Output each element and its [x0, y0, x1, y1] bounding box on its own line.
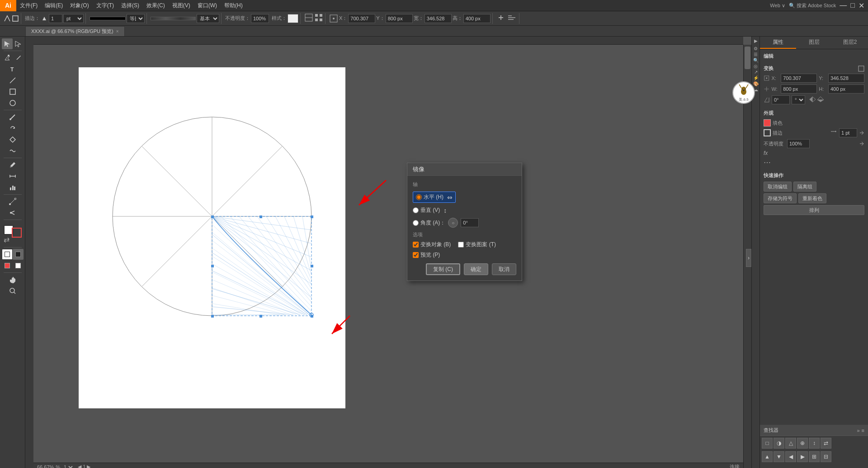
close-btn[interactable]: ✕ [859, 1, 864, 10]
paintbrush-tool-btn[interactable] [2, 112, 24, 122]
copy-btn[interactable]: 复制 (C) [426, 263, 460, 275]
find-icon-5[interactable]: ↕ [809, 438, 820, 449]
warp-tool-btn[interactable] [2, 145, 24, 156]
stroke-swatch[interactable] [12, 228, 22, 238]
rotate-tool-btn[interactable] [2, 123, 24, 134]
select-tool-btn[interactable] [2, 38, 13, 49]
line-tool-btn[interactable] [2, 75, 24, 86]
basic-select[interactable]: 基本 [197, 14, 219, 23]
stroke-unit-select[interactable]: ptpxmm [63, 14, 84, 23]
eyedropper-tool-btn[interactable] [2, 159, 24, 170]
add-item-icon[interactable]: ⋯ [764, 158, 771, 167]
tool-icon-1[interactable] [4, 15, 11, 22]
page-select[interactable]: 1 [62, 464, 74, 468]
transform-objects-checkbox[interactable] [413, 242, 419, 248]
page-nav[interactable]: ◀ 1 ▶ [78, 464, 90, 468]
find-icon-8[interactable]: ▼ [774, 451, 784, 462]
find-icon-7[interactable]: ▲ [762, 451, 773, 462]
stroke-size-panel-input[interactable] [839, 128, 857, 137]
fill-color-swatch[interactable] [764, 119, 771, 126]
screen-mode-btn[interactable] [13, 249, 24, 260]
tab-layers[interactable]: 图层 [796, 37, 832, 49]
find-icon-3[interactable]: △ [785, 438, 796, 449]
menu-file[interactable]: 文件(F) [16, 0, 41, 11]
side-btn-7[interactable]: ⚡ [753, 75, 759, 80]
menu-effect[interactable]: 效果(C) [143, 0, 169, 11]
w-panel-input[interactable] [781, 84, 817, 94]
transform-pattern-checkbox[interactable] [458, 242, 464, 248]
find-icon-10[interactable]: ▶ [797, 451, 808, 462]
swap-colors-btn[interactable]: ⇄ [4, 235, 9, 244]
x-input[interactable] [348, 14, 375, 23]
side-btn-6[interactable]: ↗ [754, 70, 758, 75]
blend-tool-btn[interactable] [2, 196, 24, 207]
preview-checkbox[interactable] [413, 252, 419, 258]
find-panel-collapse-btn[interactable]: » [857, 428, 859, 433]
side-btn-3[interactable]: ☰ [754, 52, 758, 57]
collapse-panel-btn[interactable]: › [746, 249, 751, 267]
opacity-expand-icon[interactable] [859, 141, 864, 146]
bar-chart-tool-btn[interactable] [7, 182, 18, 193]
hand-tool-btn[interactable] [2, 274, 24, 285]
vertical-radio[interactable] [413, 207, 419, 213]
angle-dial[interactable]: ○ [448, 218, 458, 228]
flip-h-icon[interactable] [809, 96, 816, 104]
tool-icon-2[interactable] [12, 15, 19, 22]
shape-tool-btn[interactable] [2, 86, 24, 97]
side-btn-4[interactable]: 🔍 [753, 58, 759, 63]
tab-properties[interactable]: 属性 [760, 37, 796, 49]
measure-tool-btn[interactable] [2, 171, 24, 182]
cancel-btn[interactable]: 取消 [492, 263, 516, 275]
flip-v-icon[interactable] [817, 96, 824, 104]
artboard-tool-btn[interactable] [2, 466, 24, 468]
stroke-size-input[interactable] [49, 14, 62, 23]
scale-tool-btn[interactable] [2, 134, 24, 145]
equal-select[interactable]: 等比 [127, 14, 145, 23]
y-input[interactable] [386, 14, 413, 23]
type-tool-btn[interactable]: T [2, 64, 24, 75]
save-symbol-btn[interactable]: 存储为符号 [764, 193, 797, 203]
stroke-expand-icon[interactable] [859, 130, 864, 136]
angle-unit-select[interactable]: ° [792, 95, 805, 104]
v-scroll-thumb[interactable] [745, 47, 750, 69]
file-tab[interactable]: XXXX.ai @ 66.67% (RGB/GPU 预览) × [25, 26, 125, 36]
h-panel-input[interactable] [828, 84, 864, 94]
x-panel-input[interactable] [781, 74, 817, 83]
find-panel-options-btn[interactable]: ≡ [862, 428, 864, 433]
menu-text[interactable]: 文字(T) [93, 0, 118, 11]
ellipse-tool-btn[interactable] [2, 98, 24, 108]
angle-radio[interactable] [413, 220, 419, 226]
zoom-tool-btn[interactable] [2, 285, 24, 296]
align-icon[interactable] [304, 13, 313, 23]
white-fill-btn[interactable] [13, 260, 24, 271]
angle-input[interactable] [772, 95, 790, 104]
menu-view[interactable]: 视图(V) [169, 0, 194, 11]
horizontal-option-container[interactable]: 水平 (H) ⇔ [413, 192, 456, 203]
side-properties-btn[interactable]: ▶ [754, 38, 758, 43]
find-icon-1[interactable]: □ [762, 438, 773, 449]
menu-select[interactable]: 选择(S) [118, 0, 143, 11]
find-icon-11[interactable]: ⊞ [809, 451, 820, 462]
find-icon-9[interactable]: ◀ [785, 451, 796, 462]
tab-close-btn[interactable]: × [116, 29, 119, 34]
grid-icon[interactable] [314, 13, 323, 23]
menu-help[interactable]: 帮助(H) [221, 0, 246, 11]
menu-window[interactable]: 窗口(W) [194, 0, 221, 11]
opacity-panel-input[interactable] [787, 139, 810, 148]
recolor-btn[interactable]: 重新着色 [798, 193, 826, 203]
pencil-tool-btn[interactable] [13, 52, 24, 63]
side-btn-2[interactable]: ⚙ [754, 46, 758, 51]
normal-mode-btn[interactable] [2, 249, 13, 260]
direct-select-tool-btn[interactable] [13, 38, 24, 49]
find-icon-2[interactable]: ◑ [774, 438, 784, 449]
canvas-area[interactable]: 66.67% % 1 ◀ 1 ▶ 连接 › [25, 37, 751, 468]
w-input[interactable] [425, 14, 452, 23]
find-icon-4[interactable]: ⊕ [797, 438, 808, 449]
minimize-btn[interactable]: — [840, 1, 847, 9]
angle-value-input[interactable] [461, 218, 479, 227]
opacity-input[interactable] [251, 14, 269, 23]
y-panel-input[interactable] [828, 74, 864, 83]
pen-tool-btn[interactable] [2, 52, 13, 63]
menu-edit[interactable]: 编辑(E) [41, 0, 66, 11]
dialog-title[interactable]: 镜像 [407, 163, 522, 176]
